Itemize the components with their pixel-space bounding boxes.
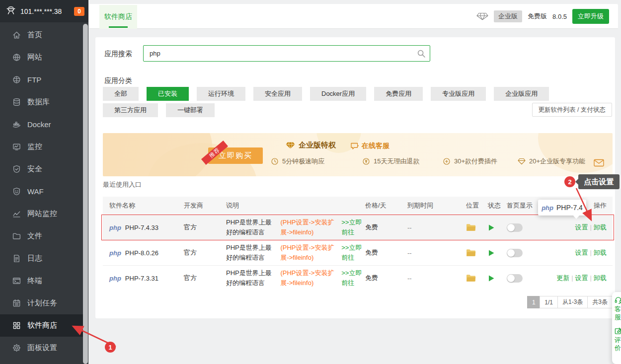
homepage-toggle[interactable] [507,274,523,283]
settings-link[interactable]: 设置 [575,274,588,282]
buy-now-label: 立即购买 [219,151,252,160]
feedback-button[interactable]: 评价 [615,327,621,352]
go-now-link[interactable]: >>立即前往 [341,218,365,237]
sidebar-item-waf[interactable]: WAF [0,180,83,203]
feature-label: 15天无理由退款 [374,157,419,166]
sidebar-item-logs[interactable]: 日志 [0,247,83,270]
buy-now-button[interactable]: 立即购买 推荐 [208,147,263,164]
category-one-click-deploy[interactable]: 一键部署 [166,103,215,117]
description-text: PHP是世界上最好的编程语言 [226,268,275,288]
sidebar-item-docker[interactable]: Docker [0,113,83,136]
vendor: 官方 [184,223,226,232]
category-thirdparty-apps[interactable]: 第三方应用 [103,103,158,117]
privilege-title-label: 企业版特权 [299,141,336,150]
sidebar-item-terminal[interactable]: 终端 [0,270,83,292]
terminal-icon [12,277,21,285]
tab-software-store[interactable]: 软件商店 [99,5,137,29]
description-hint: (PHP设置->安装扩展->fileinfo) [280,218,336,237]
sidebar-item-label: 数据库 [27,97,50,107]
homepage-toggle[interactable] [507,249,523,257]
update-software-list-button[interactable]: 更新软件列表 / 支付状态 [532,103,612,117]
sidebar-scrollbar[interactable] [83,24,88,364]
annotation-step-1: 1 [105,342,116,353]
online-service-label: 在线客服 [362,142,389,150]
docker-icon [12,120,21,129]
category-docker-apps[interactable]: Docker应用 [310,87,366,101]
go-now-link[interactable]: >>立即前往 [341,268,365,288]
php-logo: php [109,275,121,282]
sidebar-item-app-store[interactable]: 软件商店 [0,314,83,337]
tab-active-underline [109,26,128,28]
running-status-icon[interactable] [488,275,507,282]
price: 免费 [365,274,407,283]
uninstall-link[interactable]: 卸载 [594,274,607,282]
clock-icon [271,157,279,165]
page-1-button[interactable]: 1 [527,296,540,308]
category-runtime[interactable]: 运行环境 [197,87,245,101]
open-folder-icon[interactable] [466,223,488,231]
running-status-icon[interactable] [488,249,507,257]
feedback-label: 评价 [615,336,621,352]
sidebar-item-security[interactable]: 安全 [0,158,83,180]
toggle-knob [507,224,515,231]
category-installed[interactable]: 已安装 [147,87,189,101]
uninstall-link[interactable]: 卸载 [594,223,607,231]
php-version-tooltip: php PHP-7.4 [538,200,586,216]
edition-area: 企业版 免费版 8.0.5 立即升级 [476,4,609,29]
sidebar-item-label: Docker [27,120,51,129]
database-icon [12,98,21,106]
update-link[interactable]: 更新 [556,274,569,282]
sidebar-item-label: 日志 [27,254,42,263]
settings-link[interactable]: 设置 [575,249,588,256]
go-now-link[interactable]: >>立即前往 [341,243,365,263]
settings-link[interactable]: 设置 [575,223,588,231]
search-input[interactable] [143,45,430,62]
sidebar-item-label: 终端 [27,276,42,286]
sidebar-item-website[interactable]: 网站 [0,46,83,69]
col-status: 状态 [488,201,507,210]
search-icon[interactable] [417,49,426,58]
log-document-icon [12,254,21,263]
sidebar-item-database[interactable]: 数据库 [0,91,83,113]
feature-exclusive: 20+企业版专享功能 [518,157,585,166]
sidebar-item-cron[interactable]: 计划任务 [0,292,83,314]
server-ip[interactable]: 101.***.***.38 [20,7,62,15]
description-hint: (PHP设置->安装扩展->fileinfo) [280,268,336,288]
open-folder-icon[interactable] [466,249,488,257]
uninstall-link[interactable]: 卸载 [594,249,607,256]
running-status-icon[interactable] [488,224,507,231]
recent-entry-label: 最近使用入口 [103,180,142,189]
site-monitor-icon [12,210,21,218]
message-badge[interactable]: 0 [74,7,84,16]
category-enterprise-apps[interactable]: 企业版应用 [494,87,549,101]
bt-logo-icon [5,6,16,17]
diamond-filled-icon [286,142,295,149]
description-text: PHP是世界上最好的编程语言 [226,218,275,237]
sidebar-item-home[interactable]: 首页 [0,24,83,46]
toggle-knob [507,249,515,257]
category-all[interactable]: 全部 [103,87,139,101]
feature-response: 5分钟极速响应 [271,157,324,166]
customer-service-button[interactable]: 客服 [615,296,621,321]
category-free-apps[interactable]: 免费应用 [374,87,423,101]
category-security-apps[interactable]: 安全应用 [253,87,302,101]
sidebar-item-monitor[interactable]: 监控 [0,136,83,158]
category-pro-apps[interactable]: 专业版应用 [431,87,486,101]
table-row-php-7331: phpPHP-7.3.31 官方 PHP是世界上最好的编程语言(PHP设置->安… [103,265,613,291]
open-folder-icon[interactable] [466,274,488,282]
sidebar-item-panel-settings[interactable]: 面板设置 [0,337,83,359]
col-location: 位置 [466,201,488,210]
sidebar-item-files[interactable]: 文件 [0,225,83,247]
sidebar-item-site-monitor[interactable]: 网站监控 [0,203,83,225]
privilege-title: 企业版特权 [286,141,336,150]
sidebar-item-ftp[interactable]: FTP [0,69,83,91]
search-label: 应用搜索 [104,50,132,59]
sidebar-menu: 首页 网站 FTP 数据库 Docker 监控 安全 WAF [0,22,88,359]
shield-check-icon [12,165,21,173]
homepage-toggle[interactable] [507,223,523,232]
online-service-link[interactable]: 在线客服 [350,142,389,150]
separator: | [590,223,592,231]
upgrade-button[interactable]: 立即升级 [572,9,609,24]
feature-label: 5分钟极速响应 [282,157,324,166]
edit-icon [615,327,621,335]
